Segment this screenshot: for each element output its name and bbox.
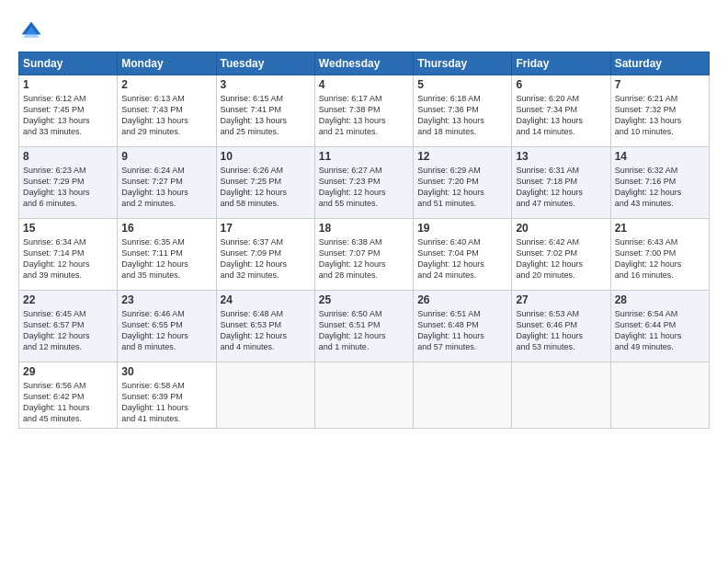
calendar-cell: 3Sunrise: 6:15 AM Sunset: 7:41 PM Daylig… xyxy=(216,75,314,147)
day-number: 7 xyxy=(615,78,705,91)
day-info: Sunrise: 6:18 AM Sunset: 7:36 PM Dayligh… xyxy=(417,93,507,138)
calendar-cell: 9Sunrise: 6:24 AM Sunset: 7:27 PM Daylig… xyxy=(118,147,216,219)
weekday-header: Sunday xyxy=(19,52,118,75)
calendar-cell: 7Sunrise: 6:21 AM Sunset: 7:32 PM Daylig… xyxy=(610,75,709,147)
day-info: Sunrise: 6:20 AM Sunset: 7:34 PM Dayligh… xyxy=(516,93,606,138)
day-number: 11 xyxy=(319,150,409,163)
calendar-cell: 12Sunrise: 6:29 AM Sunset: 7:20 PM Dayli… xyxy=(414,147,512,219)
calendar-cell: 17Sunrise: 6:37 AM Sunset: 7:09 PM Dayli… xyxy=(216,219,314,291)
calendar-cell: 11Sunrise: 6:27 AM Sunset: 7:23 PM Dayli… xyxy=(314,147,413,219)
day-info: Sunrise: 6:27 AM Sunset: 7:23 PM Dayligh… xyxy=(319,165,409,210)
week-row: 22Sunrise: 6:45 AM Sunset: 6:57 PM Dayli… xyxy=(19,291,710,362)
weekday-header: Thursday xyxy=(414,52,512,75)
day-number: 19 xyxy=(417,222,507,235)
weekday-header: Friday xyxy=(512,52,610,75)
calendar-cell: 29Sunrise: 6:56 AM Sunset: 6:42 PM Dayli… xyxy=(19,362,118,429)
weekday-header: Wednesday xyxy=(314,52,413,75)
week-row: 1Sunrise: 6:12 AM Sunset: 7:45 PM Daylig… xyxy=(19,75,710,147)
day-number: 6 xyxy=(516,78,606,91)
header xyxy=(18,15,710,44)
calendar: SundayMondayTuesdayWednesdayThursdayFrid… xyxy=(18,52,710,429)
calendar-cell: 25Sunrise: 6:50 AM Sunset: 6:51 PM Dayli… xyxy=(314,291,413,362)
day-info: Sunrise: 6:58 AM Sunset: 6:39 PM Dayligh… xyxy=(121,380,211,425)
calendar-cell: 6Sunrise: 6:20 AM Sunset: 7:34 PM Daylig… xyxy=(512,75,610,147)
week-row: 29Sunrise: 6:56 AM Sunset: 6:42 PM Dayli… xyxy=(19,362,710,429)
day-info: Sunrise: 6:34 AM Sunset: 7:14 PM Dayligh… xyxy=(23,236,113,282)
calendar-cell: 23Sunrise: 6:46 AM Sunset: 6:55 PM Dayli… xyxy=(118,291,216,362)
day-number: 26 xyxy=(417,293,507,306)
calendar-cell: 2Sunrise: 6:13 AM Sunset: 7:43 PM Daylig… xyxy=(118,75,216,147)
day-number: 10 xyxy=(221,150,311,163)
day-number: 20 xyxy=(516,222,606,235)
day-info: Sunrise: 6:46 AM Sunset: 6:55 PM Dayligh… xyxy=(121,308,211,353)
day-number: 22 xyxy=(23,293,113,306)
calendar-cell: 30Sunrise: 6:58 AM Sunset: 6:39 PM Dayli… xyxy=(118,362,216,429)
day-number: 3 xyxy=(221,78,311,91)
day-number: 29 xyxy=(23,365,113,378)
calendar-cell xyxy=(314,362,413,429)
day-number: 4 xyxy=(319,78,409,91)
logo-icon xyxy=(18,18,44,44)
calendar-cell xyxy=(610,362,709,429)
day-number: 30 xyxy=(121,365,211,378)
day-info: Sunrise: 6:37 AM Sunset: 7:09 PM Dayligh… xyxy=(221,236,311,282)
day-number: 13 xyxy=(516,150,606,163)
calendar-cell: 15Sunrise: 6:34 AM Sunset: 7:14 PM Dayli… xyxy=(19,219,118,291)
day-info: Sunrise: 6:51 AM Sunset: 6:48 PM Dayligh… xyxy=(417,308,507,353)
weekday-header: Saturday xyxy=(610,52,709,75)
day-number: 12 xyxy=(417,150,507,163)
calendar-cell xyxy=(414,362,512,429)
day-number: 24 xyxy=(221,293,311,306)
calendar-cell: 20Sunrise: 6:42 AM Sunset: 7:02 PM Dayli… xyxy=(512,219,610,291)
day-number: 23 xyxy=(121,293,211,306)
day-info: Sunrise: 6:35 AM Sunset: 7:11 PM Dayligh… xyxy=(121,236,211,282)
day-number: 28 xyxy=(615,293,705,306)
day-info: Sunrise: 6:32 AM Sunset: 7:16 PM Dayligh… xyxy=(615,165,705,210)
day-number: 5 xyxy=(417,78,507,91)
page: SundayMondayTuesdayWednesdayThursdayFrid… xyxy=(0,0,728,563)
day-info: Sunrise: 6:24 AM Sunset: 7:27 PM Dayligh… xyxy=(121,165,211,210)
day-info: Sunrise: 6:38 AM Sunset: 7:07 PM Dayligh… xyxy=(319,236,409,282)
calendar-cell: 8Sunrise: 6:23 AM Sunset: 7:29 PM Daylig… xyxy=(19,147,118,219)
day-info: Sunrise: 6:21 AM Sunset: 7:32 PM Dayligh… xyxy=(615,93,705,138)
day-info: Sunrise: 6:45 AM Sunset: 6:57 PM Dayligh… xyxy=(23,308,113,353)
day-number: 9 xyxy=(121,150,211,163)
day-number: 21 xyxy=(615,222,705,235)
day-info: Sunrise: 6:54 AM Sunset: 6:44 PM Dayligh… xyxy=(615,308,705,353)
week-row: 8Sunrise: 6:23 AM Sunset: 7:29 PM Daylig… xyxy=(19,147,710,219)
calendar-cell: 13Sunrise: 6:31 AM Sunset: 7:18 PM Dayli… xyxy=(512,147,610,219)
day-number: 27 xyxy=(516,293,606,306)
weekday-header: Tuesday xyxy=(216,52,314,75)
day-info: Sunrise: 6:15 AM Sunset: 7:41 PM Dayligh… xyxy=(221,93,311,138)
day-info: Sunrise: 6:12 AM Sunset: 7:45 PM Dayligh… xyxy=(23,93,113,138)
week-row: 15Sunrise: 6:34 AM Sunset: 7:14 PM Dayli… xyxy=(19,219,710,291)
calendar-cell: 18Sunrise: 6:38 AM Sunset: 7:07 PM Dayli… xyxy=(314,219,413,291)
day-number: 2 xyxy=(121,78,211,91)
calendar-cell: 16Sunrise: 6:35 AM Sunset: 7:11 PM Dayli… xyxy=(118,219,216,291)
day-info: Sunrise: 6:43 AM Sunset: 7:00 PM Dayligh… xyxy=(615,236,705,282)
weekday-header: Monday xyxy=(118,52,216,75)
day-number: 17 xyxy=(221,222,311,235)
day-info: Sunrise: 6:53 AM Sunset: 6:46 PM Dayligh… xyxy=(516,308,606,353)
weekday-header-row: SundayMondayTuesdayWednesdayThursdayFrid… xyxy=(19,52,710,75)
calendar-cell: 28Sunrise: 6:54 AM Sunset: 6:44 PM Dayli… xyxy=(610,291,709,362)
day-number: 25 xyxy=(319,293,409,306)
day-info: Sunrise: 6:17 AM Sunset: 7:38 PM Dayligh… xyxy=(319,93,409,138)
calendar-cell: 10Sunrise: 6:26 AM Sunset: 7:25 PM Dayli… xyxy=(216,147,314,219)
day-info: Sunrise: 6:56 AM Sunset: 6:42 PM Dayligh… xyxy=(23,380,113,425)
calendar-cell: 19Sunrise: 6:40 AM Sunset: 7:04 PM Dayli… xyxy=(414,219,512,291)
calendar-cell: 26Sunrise: 6:51 AM Sunset: 6:48 PM Dayli… xyxy=(414,291,512,362)
day-number: 18 xyxy=(319,222,409,235)
calendar-cell: 27Sunrise: 6:53 AM Sunset: 6:46 PM Dayli… xyxy=(512,291,610,362)
calendar-cell xyxy=(216,362,314,429)
calendar-cell: 14Sunrise: 6:32 AM Sunset: 7:16 PM Dayli… xyxy=(610,147,709,219)
day-number: 15 xyxy=(23,222,113,235)
day-info: Sunrise: 6:42 AM Sunset: 7:02 PM Dayligh… xyxy=(516,236,606,282)
calendar-cell: 22Sunrise: 6:45 AM Sunset: 6:57 PM Dayli… xyxy=(19,291,118,362)
day-info: Sunrise: 6:50 AM Sunset: 6:51 PM Dayligh… xyxy=(319,308,409,353)
day-info: Sunrise: 6:31 AM Sunset: 7:18 PM Dayligh… xyxy=(516,165,606,210)
day-info: Sunrise: 6:23 AM Sunset: 7:29 PM Dayligh… xyxy=(23,165,113,210)
day-info: Sunrise: 6:48 AM Sunset: 6:53 PM Dayligh… xyxy=(221,308,311,353)
calendar-cell: 24Sunrise: 6:48 AM Sunset: 6:53 PM Dayli… xyxy=(216,291,314,362)
day-number: 16 xyxy=(121,222,211,235)
